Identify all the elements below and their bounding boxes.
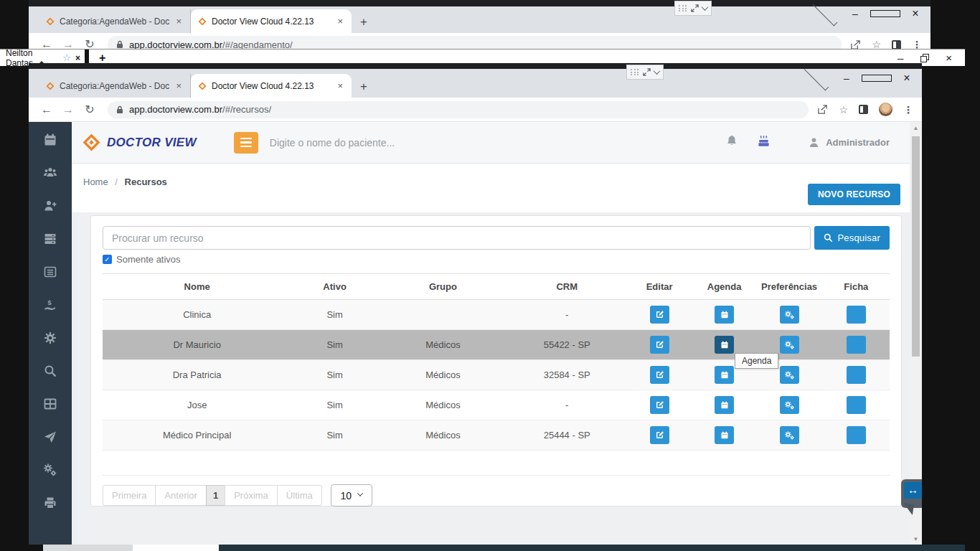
agenda-button[interactable]: [715, 306, 734, 324]
sidebar-table-icon[interactable]: [43, 397, 57, 411]
tab-doctor-view-cloud[interactable]: Doctor View Cloud 4.22.13 ×: [191, 74, 352, 98]
share-icon[interactable]: [817, 104, 828, 115]
sidebar-preferences-icon[interactable]: [43, 463, 57, 477]
pagination-next[interactable]: Próxima: [225, 485, 278, 506]
minimize-button[interactable]: –: [897, 52, 903, 64]
sidebar-list-icon[interactable]: [43, 265, 57, 279]
tab-close-icon[interactable]: ×: [75, 53, 80, 63]
preferences-button[interactable]: [780, 366, 799, 384]
back-icon[interactable]: ←: [37, 104, 56, 116]
maximize-button[interactable]: [870, 7, 900, 20]
forward-icon[interactable]: →: [59, 104, 77, 116]
edit-button[interactable]: [650, 396, 669, 414]
window-menu-chevron[interactable]: [810, 7, 840, 20]
sidebar-patients-icon[interactable]: [43, 166, 57, 180]
expand-icon[interactable]: [691, 4, 699, 12]
preferences-button[interactable]: [780, 306, 799, 324]
edit-button[interactable]: [650, 336, 669, 354]
restore-down-icon[interactable]: [920, 54, 928, 62]
edit-button[interactable]: [650, 426, 669, 444]
sidebar-send-icon[interactable]: [43, 430, 57, 444]
maximize-button[interactable]: [862, 72, 892, 85]
favorite-star-icon[interactable]: ☆: [62, 52, 71, 63]
sidebar-settings-icon[interactable]: [43, 331, 57, 345]
record-button[interactable]: [847, 306, 866, 324]
profile-avatar[interactable]: [879, 103, 892, 116]
tab-close-icon[interactable]: ×: [174, 81, 183, 90]
bookmark-star-icon[interactable]: ☆: [839, 105, 848, 115]
chrome-menu-icon[interactable]: ⋮: [912, 39, 922, 50]
scroll-up-icon[interactable]: ▲: [910, 125, 922, 131]
sidebar-server-icon[interactable]: [43, 232, 57, 246]
resources-panel: Pesquisar ✓ Somente ativos: [90, 215, 902, 507]
edit-button[interactable]: [650, 306, 669, 324]
screen-capture-widget[interactable]: [626, 65, 664, 80]
table-row[interactable]: Médico Principal Sim Médicos 25444 - SP: [103, 420, 890, 451]
record-button[interactable]: [847, 366, 866, 384]
pagination-previous[interactable]: Anterior: [155, 485, 207, 506]
chevron-down-icon[interactable]: [702, 4, 709, 11]
page-size-select[interactable]: 10: [331, 484, 372, 507]
tab-categoria-agendaweb[interactable]: Categoria:AgendaWeb - Doctor V ×: [39, 74, 191, 98]
preferences-button[interactable]: [780, 396, 799, 414]
birthdays-icon[interactable]: [757, 134, 771, 151]
edit-button[interactable]: [650, 366, 669, 384]
preferences-button[interactable]: [780, 336, 799, 354]
new-tab-button[interactable]: +: [360, 16, 367, 28]
scroll-down-icon[interactable]: ▼: [910, 536, 922, 542]
notifications-bell-icon[interactable]: [725, 134, 738, 151]
agenda-button[interactable]: [715, 426, 734, 444]
tab-close-icon[interactable]: ×: [336, 17, 344, 26]
new-tab-button[interactable]: +: [99, 52, 105, 64]
breadcrumb-home[interactable]: Home: [83, 176, 108, 187]
pagination-first[interactable]: Primeira: [103, 485, 156, 506]
minimize-button[interactable]: –: [831, 72, 862, 84]
patient-search-input[interactable]: [268, 136, 484, 149]
new-resource-button[interactable]: NOVO RECURSO: [808, 184, 900, 205]
side-panel-icon[interactable]: [859, 105, 868, 114]
record-button[interactable]: [847, 396, 866, 414]
agenda-button[interactable]: [715, 396, 734, 414]
preferences-button[interactable]: [780, 426, 799, 444]
tab-close-icon[interactable]: ×: [336, 81, 344, 90]
address-bar[interactable]: app.doctorview.com.br/#/recursos/: [108, 101, 809, 118]
user-menu[interactable]: Administrador: [808, 136, 890, 149]
table-row[interactable]: Jose Sim Médicos -: [103, 390, 890, 420]
agenda-button[interactable]: [715, 336, 734, 354]
close-button[interactable]: ×: [900, 7, 930, 20]
scrollbar-thumb[interactable]: [912, 136, 920, 357]
sidebar-search-icon[interactable]: [43, 364, 57, 378]
bookmark-star-icon[interactable]: ☆: [872, 39, 881, 50]
reload-icon[interactable]: ↻: [80, 104, 99, 116]
resource-search-input[interactable]: [103, 226, 811, 250]
table-row[interactable]: Clinica Sim -: [103, 300, 890, 330]
close-button[interactable]: ×: [892, 72, 922, 85]
screen-capture-widget[interactable]: [674, 1, 712, 16]
agenda-button[interactable]: [715, 366, 734, 384]
search-button[interactable]: Pesquisar: [814, 226, 890, 250]
tab-close-icon[interactable]: ×: [174, 17, 183, 26]
sidebar-new-patient-icon[interactable]: [43, 199, 57, 213]
only-active-checkbox[interactable]: ✓: [103, 255, 112, 264]
logo-text: DOCTOR VIEW: [107, 136, 197, 150]
pagination-last[interactable]: Última: [277, 485, 322, 506]
record-button[interactable]: [847, 426, 866, 444]
tab-categoria-agendaweb[interactable]: Categoria:AgendaWeb - Doctor V ×: [39, 9, 191, 33]
record-button[interactable]: [847, 336, 866, 354]
sidebar-billing-icon[interactable]: $: [43, 298, 57, 312]
doctor-view-logo[interactable]: DOCTOR VIEW: [82, 133, 197, 152]
minimize-button[interactable]: –: [840, 8, 870, 19]
chrome-menu-icon[interactable]: ⋮: [903, 105, 913, 115]
expand-icon[interactable]: [643, 68, 651, 76]
side-panel-icon[interactable]: [892, 40, 901, 50]
menu-toggle-button[interactable]: [234, 132, 258, 154]
sidebar-calendar-icon[interactable]: [43, 133, 57, 147]
tab-doctor-view-cloud[interactable]: Doctor View Cloud 4.22.13 ×: [191, 9, 352, 33]
chevron-down-icon[interactable]: [654, 67, 661, 75]
pagination-page-1[interactable]: 1: [206, 485, 225, 506]
new-tab-button[interactable]: +: [360, 80, 367, 93]
close-button[interactable]: ×: [946, 52, 952, 64]
window-menu-chevron[interactable]: [801, 72, 831, 85]
sidebar-print-icon[interactable]: [43, 496, 57, 510]
edit-pencil-icon: [655, 370, 664, 380]
